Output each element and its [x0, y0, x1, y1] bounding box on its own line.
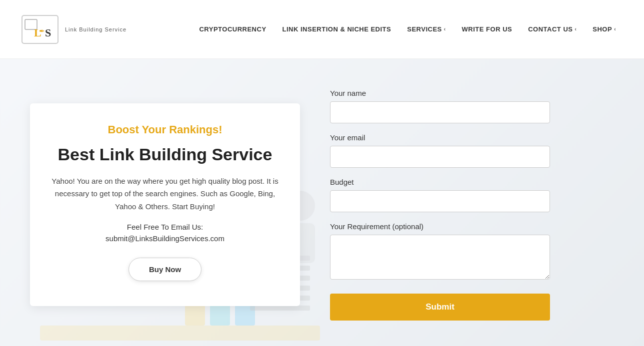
- hero-card: Boost Your Rankings! Best Link Building …: [30, 103, 300, 306]
- name-input[interactable]: [330, 101, 550, 123]
- nav-item-services[interactable]: SERVICES ‹: [399, 25, 454, 33]
- svg-text:✒: ✒: [39, 27, 45, 35]
- main-title: Best Link Building Service: [50, 144, 280, 165]
- boost-title: Boost Your Rankings!: [50, 123, 280, 136]
- name-group: Your name: [330, 89, 550, 123]
- budget-group: Budget: [330, 178, 550, 212]
- svg-text:S: S: [45, 26, 51, 39]
- budget-label: Budget: [330, 178, 550, 186]
- logo-area[interactable]: L S ✒ Link Building Service: [20, 9, 126, 49]
- email-label: Feel Free To Email Us:: [50, 223, 280, 231]
- submit-button[interactable]: Submit: [330, 294, 550, 321]
- hero-email[interactable]: submit@LinksBuildingServices.com: [50, 234, 280, 243]
- contact-chevron-icon: ‹: [574, 26, 576, 32]
- nav-item-link-insertion[interactable]: LINK INSERTION & NICHE EDITS: [274, 25, 400, 33]
- requirement-label: Your Requirement (optional): [330, 222, 550, 231]
- hero-description: Yahoo! You are on the way where you get …: [50, 175, 280, 213]
- nav-item-contact-us[interactable]: CONTACT US ‹: [520, 25, 584, 33]
- hero-form-area: Your name Your email Budget Your Require…: [330, 79, 550, 331]
- hero-left: Boost Your Rankings! Best Link Building …: [30, 79, 300, 331]
- main-nav: CRYPTOCURRENCY LINK INSERTION & NICHE ED…: [191, 25, 624, 33]
- logo-label: Link Building Service: [65, 26, 126, 32]
- email-input[interactable]: [330, 146, 550, 168]
- requirement-group: Your Requirement (optional): [330, 222, 550, 282]
- budget-input[interactable]: [330, 190, 550, 212]
- email-group: Your email: [330, 133, 550, 168]
- requirement-textarea[interactable]: [330, 235, 550, 280]
- email-label-form: Your email: [330, 133, 550, 142]
- hero-section: Boost Your Rankings! Best Link Building …: [0, 59, 644, 346]
- header: L S ✒ Link Building Service CRYPTOCURREN…: [0, 0, 644, 59]
- hero-content: Boost Your Rankings! Best Link Building …: [0, 59, 644, 346]
- buy-now-button[interactable]: Buy Now: [128, 258, 202, 281]
- contact-form: Your name Your email Budget Your Require…: [330, 89, 550, 321]
- nav-item-write-for-us[interactable]: WRITE FOR US: [454, 25, 520, 33]
- shop-chevron-icon: ‹: [614, 26, 616, 32]
- nav-item-shop[interactable]: SHOP ‹: [584, 25, 624, 33]
- nav-item-cryptocurrency[interactable]: CRYPTOCURRENCY: [191, 25, 274, 33]
- logo-icon: L S ✒: [20, 9, 60, 49]
- name-label: Your name: [330, 89, 550, 97]
- services-chevron-icon: ‹: [444, 26, 446, 32]
